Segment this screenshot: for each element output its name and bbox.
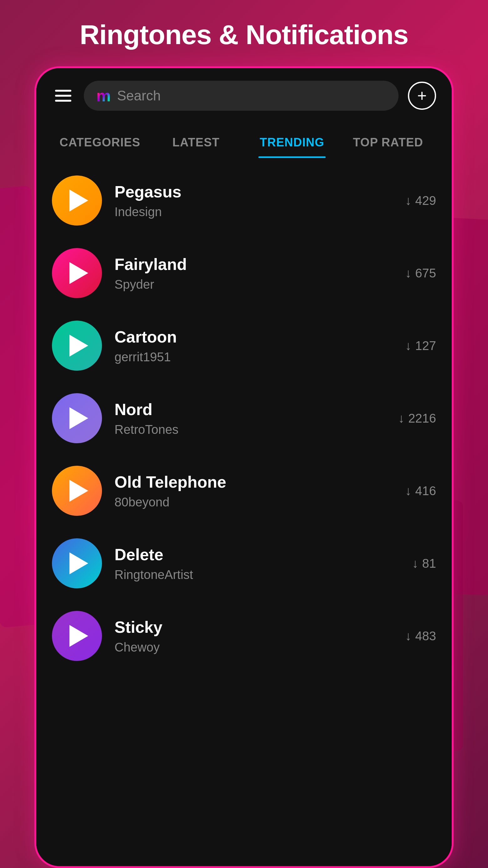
phone-frame: m Search + CATEGORIES LATEST TRENDING TO… <box>34 66 454 868</box>
song-info: Nord RetroTones <box>115 400 386 437</box>
tab-categories-label: CATEGORIES <box>59 136 140 149</box>
song-info: Pegasus Indesign <box>115 182 393 219</box>
list-item[interactable]: Cartoon gerrit1951 ↓ 127 <box>36 309 452 382</box>
plus-icon: + <box>417 88 427 104</box>
download-count: ↓ 81 <box>412 556 436 570</box>
menu-line-1 <box>55 90 71 92</box>
page-title: Ringtones & Notifications <box>0 0 488 66</box>
play-icon <box>69 262 88 284</box>
menu-line-2 <box>55 95 71 97</box>
song-title: Old Telephone <box>115 473 393 491</box>
download-number: 127 <box>415 339 436 353</box>
download-icon: ↓ <box>412 556 419 570</box>
download-icon: ↓ <box>405 484 411 498</box>
search-bar[interactable]: m Search <box>84 81 399 111</box>
download-number: 2216 <box>408 411 436 425</box>
song-title: Delete <box>115 545 400 564</box>
song-artist: 80beyond <box>115 495 393 509</box>
tab-top-rated[interactable]: TOP RATED <box>340 126 436 158</box>
list-item[interactable]: Nord RetroTones ↓ 2216 <box>36 382 452 455</box>
song-list: Pegasus Indesign ↓ 429 Fairyland Spyder … <box>36 158 452 866</box>
download-count: ↓ 127 <box>405 339 436 353</box>
song-title: Sticky <box>115 618 393 637</box>
song-artist: Indesign <box>115 205 393 219</box>
add-button[interactable]: + <box>408 82 436 110</box>
menu-button[interactable] <box>52 87 74 105</box>
tab-bar: CATEGORIES LATEST TRENDING TOP RATED <box>36 123 452 158</box>
play-button[interactable] <box>52 248 102 298</box>
song-info: Sticky Chewoy <box>115 618 393 654</box>
download-number: 675 <box>415 266 436 280</box>
song-artist: RingtoneArtist <box>115 568 400 582</box>
download-icon: ↓ <box>398 411 404 425</box>
play-button[interactable] <box>52 466 102 516</box>
song-artist: Chewoy <box>115 640 393 654</box>
song-info: Fairyland Spyder <box>115 255 393 291</box>
download-count: ↓ 675 <box>405 266 436 280</box>
list-item[interactable]: Pegasus Indesign ↓ 429 <box>36 164 452 237</box>
download-number: 81 <box>422 556 436 570</box>
song-title: Cartoon <box>115 328 393 346</box>
tab-trending-label: TRENDING <box>260 136 324 149</box>
download-number: 416 <box>415 484 436 498</box>
tab-trending[interactable]: TRENDING <box>244 126 340 158</box>
list-item[interactable]: Sticky Chewoy ↓ 483 <box>36 600 452 672</box>
play-button[interactable] <box>52 611 102 661</box>
list-item[interactable]: Old Telephone 80beyond ↓ 416 <box>36 455 452 527</box>
song-info: Old Telephone 80beyond <box>115 473 393 509</box>
download-icon: ↓ <box>405 629 411 643</box>
download-count: ↓ 2216 <box>398 411 436 425</box>
app-logo: m <box>96 88 111 104</box>
play-button[interactable] <box>52 320 102 371</box>
play-button[interactable] <box>52 538 102 588</box>
download-icon: ↓ <box>405 194 411 208</box>
list-item[interactable]: Fairyland Spyder ↓ 675 <box>36 237 452 309</box>
song-artist: RetroTones <box>115 423 386 437</box>
play-icon <box>69 407 88 429</box>
search-placeholder: Search <box>117 88 160 103</box>
play-icon <box>69 190 88 212</box>
download-count: ↓ 483 <box>405 629 436 643</box>
play-icon <box>69 552 88 574</box>
song-title: Nord <box>115 400 386 419</box>
tab-latest-label: LATEST <box>172 136 220 149</box>
download-count: ↓ 416 <box>405 484 436 498</box>
download-number: 483 <box>415 629 436 643</box>
menu-line-3 <box>55 100 71 102</box>
download-icon: ↓ <box>405 266 411 280</box>
download-icon: ↓ <box>405 339 411 353</box>
download-number: 429 <box>415 194 436 208</box>
song-artist: Spyder <box>115 277 393 291</box>
play-button[interactable] <box>52 176 102 225</box>
song-artist: gerrit1951 <box>115 350 393 364</box>
play-button[interactable] <box>52 393 102 443</box>
tab-categories[interactable]: CATEGORIES <box>52 126 148 158</box>
tab-top-rated-label: TOP RATED <box>353 136 423 149</box>
song-title: Pegasus <box>115 182 393 201</box>
play-icon <box>69 625 88 647</box>
play-icon <box>69 480 88 502</box>
tab-latest[interactable]: LATEST <box>148 126 244 158</box>
app-header: m Search + <box>36 68 452 123</box>
song-info: Delete RingtoneArtist <box>115 545 400 582</box>
list-item[interactable]: Delete RingtoneArtist ↓ 81 <box>36 527 452 600</box>
song-title: Fairyland <box>115 255 393 274</box>
play-icon <box>69 335 88 356</box>
song-info: Cartoon gerrit1951 <box>115 328 393 364</box>
download-count: ↓ 429 <box>405 194 436 208</box>
